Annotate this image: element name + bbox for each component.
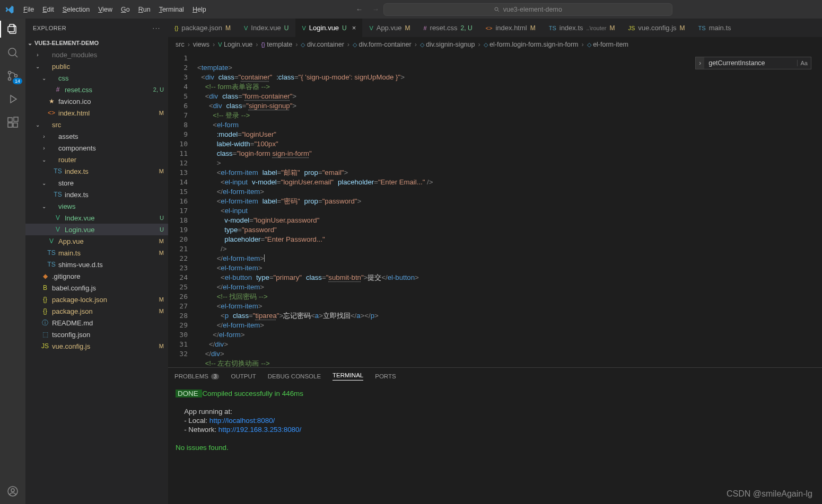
project-header[interactable]: ⌄ VUE3-ELEMENT-DEMO: [25, 37, 168, 49]
tree-item[interactable]: VLogin.vueU: [25, 224, 168, 235]
tree-item[interactable]: Bbabel.config.js: [25, 282, 168, 294]
extensions-icon[interactable]: [6, 116, 19, 129]
chevron-right-icon[interactable]: ›: [696, 57, 704, 69]
file-tree: ›node_modules⌄public⌄css#reset.css2, U★f…: [25, 49, 168, 504]
editor-tab[interactable]: {}package.jsonM: [168, 19, 238, 37]
menu-edit[interactable]: Edit: [38, 4, 58, 15]
editor-tab[interactable]: #reset.css2, U: [417, 19, 479, 37]
sidebar-more-icon[interactable]: ···: [153, 25, 161, 31]
menu-terminal[interactable]: Terminal: [155, 4, 188, 15]
tree-item[interactable]: ⌄store: [25, 177, 168, 189]
code-area[interactable]: <<template>template> <div class="contain…: [197, 51, 822, 367]
editor-tab[interactable]: VLogin.vueU×: [295, 19, 363, 37]
svg-point-6: [8, 78, 11, 81]
watermark: CSDN @smileAgain-lg: [727, 489, 812, 499]
editor-tab[interactable]: VApp.vueM: [363, 19, 417, 37]
accounts-icon[interactable]: [6, 485, 19, 498]
activity-bar: 14: [0, 19, 25, 504]
search-icon[interactable]: [6, 46, 19, 59]
panel-tab[interactable]: PORTS: [375, 373, 396, 379]
panel-tab[interactable]: TERMINAL: [333, 372, 363, 381]
close-icon[interactable]: ×: [352, 24, 356, 32]
editor-tab[interactable]: JSvue.config.jsM: [622, 19, 692, 37]
suggest-widget[interactable]: › getCurrentInstance Aa: [695, 57, 811, 69]
tree-item[interactable]: TSindex.ts: [25, 189, 168, 200]
svg-point-3: [8, 48, 16, 56]
panel-tab[interactable]: OUTPUT: [231, 373, 256, 379]
svg-rect-11: [13, 123, 18, 127]
tree-item[interactable]: TSmain.tsM: [25, 247, 168, 259]
scm-badge: 14: [13, 78, 22, 84]
tree-item[interactable]: ⌄public: [25, 60, 168, 72]
tree-item[interactable]: <>index.htmlM: [25, 107, 168, 119]
breadcrumb-segment[interactable]: ◇ div.form-container: [353, 41, 412, 48]
tree-item[interactable]: {}package-lock.jsonM: [25, 294, 168, 305]
tree-item[interactable]: ⬚tsconfig.json: [25, 329, 168, 340]
menu-run[interactable]: Run: [134, 4, 155, 15]
tree-item[interactable]: ⓘREADME.md: [25, 317, 168, 329]
editor-tab[interactable]: VIndex.vueU: [238, 19, 295, 37]
breadcrumb-segment[interactable]: V Login.vue: [218, 41, 252, 48]
svg-marker-8: [11, 95, 16, 103]
menu-view[interactable]: View: [94, 4, 117, 15]
editor-tab[interactable]: <>index.htmlM: [479, 19, 543, 37]
menu-file[interactable]: File: [19, 4, 38, 15]
tree-item[interactable]: VApp.vueM: [25, 235, 168, 247]
breadcrumb-segment[interactable]: ◇ el-form.login-form.sign-in-form: [484, 41, 579, 48]
menu-go[interactable]: Go: [117, 4, 134, 15]
breadcrumb-segment[interactable]: ◇ div.signin-signup: [420, 41, 475, 48]
tree-item[interactable]: ⌄router: [25, 154, 168, 165]
editor-area: {}package.jsonMVIndex.vueUVLogin.vueU×VA…: [168, 19, 822, 504]
tree-item[interactable]: VIndex.vueU: [25, 212, 168, 224]
breadcrumb-segment[interactable]: views: [193, 41, 209, 48]
breadcrumb: src›views›V Login.vue›{} template›◇ div.…: [168, 38, 822, 51]
tree-item[interactable]: {}package.jsonM: [25, 305, 168, 317]
breadcrumb-segment[interactable]: src: [176, 41, 185, 48]
editor-tab[interactable]: TSmain.ts: [692, 19, 738, 37]
panel-tab[interactable]: PROBLEMS3: [174, 373, 219, 379]
nav-forward-icon[interactable]: →: [372, 5, 379, 13]
tree-item[interactable]: ◆.gitignore: [25, 270, 168, 282]
tree-item[interactable]: ›components: [25, 142, 168, 154]
tree-item[interactable]: ⌄src: [25, 119, 168, 130]
panel: PROBLEMS3OUTPUTDEBUG CONSOLETERMINALPORT…: [168, 367, 822, 504]
tree-item[interactable]: ›node_modules: [25, 49, 168, 60]
explorer-icon[interactable]: [6, 23, 19, 36]
network-url-link[interactable]: http://192.168.3.253:8080/: [218, 426, 301, 434]
tree-item[interactable]: ›assets: [25, 130, 168, 142]
done-badge: DONE: [176, 390, 202, 397]
tree-item[interactable]: ★favicon.ico: [25, 95, 168, 107]
nav-back-icon[interactable]: ←: [356, 5, 363, 13]
suggest-text: getCurrentInstance: [704, 59, 797, 67]
tree-item[interactable]: TSindex.tsM: [25, 165, 168, 177]
svg-line-1: [497, 10, 499, 12]
breadcrumb-segment[interactable]: {} template: [261, 41, 292, 48]
editor-body: › getCurrentInstance Aa 1234567891011121…: [168, 51, 822, 367]
line-gutter: 1234567891011121314151617181920212223242…: [168, 51, 197, 367]
panel-tabs: PROBLEMS3OUTPUTDEBUG CONSOLETERMINALPORT…: [168, 368, 822, 385]
search-text: vue3-element-demo: [503, 6, 562, 13]
tree-item[interactable]: TSshims-vue.d.ts: [25, 259, 168, 270]
tree-item[interactable]: JSvue.config.jsM: [25, 340, 168, 352]
terminal-body[interactable]: DONE Compiled successfully in 446ms App …: [168, 385, 822, 504]
scm-icon[interactable]: 14: [6, 69, 19, 82]
match-case-icon[interactable]: Aa: [797, 60, 811, 66]
editor-tab[interactable]: TSindex.ts..\routerM: [543, 19, 622, 37]
menu-selection[interactable]: Selection: [58, 4, 94, 15]
breadcrumb-segment[interactable]: ◇ div.container: [301, 41, 344, 48]
tree-item[interactable]: ⌄views: [25, 200, 168, 212]
svg-rect-9: [8, 118, 12, 122]
titlebar: FileEditSelectionViewGoRunTerminalHelp ←…: [0, 0, 822, 19]
debug-icon[interactable]: [6, 93, 19, 105]
menu-help[interactable]: Help: [188, 4, 211, 15]
caret: [264, 254, 265, 262]
tree-item[interactable]: ⌄css: [25, 72, 168, 84]
svg-rect-10: [8, 123, 12, 127]
panel-tab[interactable]: DEBUG CONSOLE: [268, 373, 321, 379]
nav-arrows: ← →: [356, 5, 379, 13]
svg-point-7: [15, 75, 18, 77]
command-center[interactable]: vue3-element-demo: [383, 3, 672, 16]
tree-item[interactable]: #reset.css2, U: [25, 84, 168, 95]
local-url-link[interactable]: http://localhost:8080/: [209, 417, 275, 425]
breadcrumb-segment[interactable]: ◇ el-form-item: [587, 41, 628, 48]
